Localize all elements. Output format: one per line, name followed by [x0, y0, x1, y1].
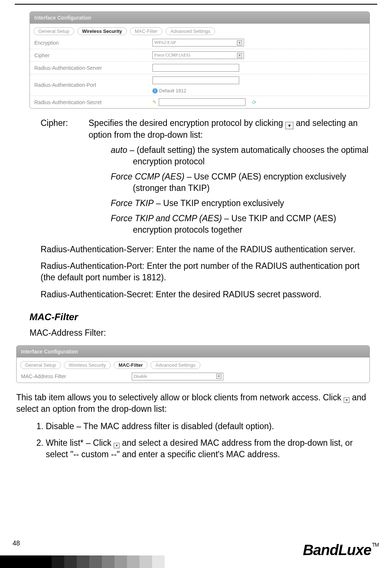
- label-radius-secret: Radius-Authentication-Secret: [34, 99, 152, 105]
- info-icon: i: [152, 88, 158, 93]
- tab2-advanced-settings[interactable]: Advanced Settings: [151, 361, 200, 369]
- label-mac-filter: MAC-Address Filter: [21, 373, 132, 379]
- opt-both-term: Force TKIP and CCMP (AES): [111, 213, 222, 223]
- mac-intro-a: This tab item allows you to selectively …: [16, 393, 344, 402]
- opt-whitelist: White list* – Click ▾ and select a desir…: [46, 437, 355, 460]
- panel2-title: Interface Configuration: [17, 346, 369, 357]
- interface-config-panel-1: Interface Configuration General Setup Wi…: [30, 11, 370, 109]
- tab-general-setup[interactable]: General Setup: [34, 27, 74, 35]
- tab2-wireless-security[interactable]: Wireless Security: [64, 361, 110, 369]
- radius-port-input[interactable]: [152, 76, 239, 84]
- opt-both: Force TKIP and CCMP (AES) – Use TKIP and…: [111, 213, 370, 236]
- mac-filter-intro: This tab item allows you to selectively …: [16, 392, 370, 415]
- row-encryption: Encryption WPA2-EAP ▼: [30, 37, 369, 49]
- top-divider: [15, 4, 377, 5]
- radius-port-desc: Radius-Authentication-Port: Enter the po…: [41, 260, 370, 283]
- refresh-icon[interactable]: ⟳: [252, 99, 257, 105]
- radius-secret-desc: Radius-Authentication-Secret: Enter the …: [41, 289, 370, 300]
- opt-ccmp: Force CCMP (AES) – Use CCMP (AES) encryp…: [111, 171, 370, 194]
- opt-auto-text: – (default setting) the system automatic…: [127, 145, 368, 166]
- label-cipher: Cipher: [34, 52, 152, 58]
- row-radius-secret: Radius-Authentication-Secret ✎ ⟳: [30, 96, 369, 108]
- brand-name: BandLuxe: [303, 542, 371, 558]
- row-cipher: Cipher Force CCMP (AES) ▼: [30, 49, 369, 61]
- chevron-down-icon: ▼: [216, 374, 221, 379]
- row-radius-server: Radius-Authentication-Server: [30, 61, 369, 74]
- opt-tkip-text: – Use TKIP encryption exclusively: [154, 198, 284, 208]
- panel-title: Interface Configuration: [30, 12, 369, 24]
- row-mac-filter: MAC-Address Filter Disable ▼: [17, 370, 369, 383]
- opt-auto: auto – (default setting) the system auto…: [111, 144, 370, 167]
- tab-mac-filter[interactable]: MAC-Filter: [130, 27, 162, 35]
- mac-filter-subheading: MAC-Address Filter:: [30, 327, 370, 339]
- cipher-desc-1: Specifies the desired encryption protoco…: [89, 118, 283, 128]
- tab-advanced-settings[interactable]: Advanced Settings: [166, 27, 215, 35]
- dropdown-icon: ▾: [344, 397, 350, 403]
- cipher-select[interactable]: Force CCMP (AES) ▼: [152, 51, 244, 59]
- tab2-general-setup[interactable]: General Setup: [20, 361, 61, 369]
- opt-tkip: Force TKIP – Use TKIP encryption exclusi…: [111, 198, 370, 209]
- opt-ccmp-term: Force CCMP (AES): [111, 172, 185, 181]
- opt-tkip-term: Force TKIP: [111, 198, 154, 208]
- label-radius-port: Radius-Authentication-Port: [34, 82, 152, 88]
- radius-port-hint-text: Default 1812: [159, 88, 186, 93]
- body-content: Cipher: Specifies the desired encryption…: [30, 117, 370, 339]
- mac-filter-select[interactable]: Disable ▼: [132, 373, 223, 380]
- page-footer: BandLuxeTM: [0, 546, 392, 568]
- encryption-value: WPA2-EAP: [154, 40, 176, 45]
- tab-bar: General Setup Wireless Security MAC-Filt…: [30, 24, 369, 37]
- interface-config-panel-2: Interface Configuration General Setup Wi…: [16, 345, 370, 383]
- radius-server-desc: Radius-Authentication-Server: Enter the …: [41, 244, 370, 255]
- cipher-value: Force CCMP (AES): [154, 52, 190, 58]
- opt-disable: Disable – The MAC address filter is disa…: [46, 421, 355, 432]
- cipher-term: Cipher:: [41, 117, 89, 239]
- brand-logo: BandLuxeTM: [303, 542, 379, 558]
- mac-filter-value: Disable: [134, 374, 147, 379]
- radius-port-hint: i Default 1812: [152, 88, 186, 93]
- tab-wireless-security[interactable]: Wireless Security: [77, 27, 127, 35]
- label-encryption: Encryption: [34, 40, 152, 46]
- tab-bar-2: General Setup Wireless Security MAC-Filt…: [17, 357, 369, 370]
- radius-server-input[interactable]: [152, 64, 239, 72]
- mac-filter-options-list: Disable – The MAC address filter is disa…: [46, 421, 355, 460]
- dropdown-icon: ▼: [285, 122, 293, 129]
- row-radius-port: Radius-Authentication-Port i Default 181…: [30, 74, 369, 96]
- mac-filter-heading: MAC-Filter: [30, 311, 370, 324]
- opt-whitelist-a: White list* – Click: [46, 438, 114, 448]
- chevron-down-icon: ▼: [237, 40, 242, 45]
- tab2-mac-filter[interactable]: MAC-Filter: [114, 361, 148, 369]
- opt-auto-term: auto: [111, 145, 127, 155]
- radius-secret-input[interactable]: [159, 98, 245, 106]
- label-radius-server: Radius-Authentication-Server: [34, 65, 152, 71]
- dropdown-icon: ▾: [114, 443, 120, 448]
- after-panel-content: This tab item allows you to selectively …: [16, 392, 370, 460]
- chevron-down-icon: ▼: [237, 53, 242, 58]
- encryption-select[interactable]: WPA2-EAP ▼: [152, 39, 244, 47]
- lock-icon: ✎: [152, 99, 157, 105]
- trademark: TM: [372, 542, 379, 548]
